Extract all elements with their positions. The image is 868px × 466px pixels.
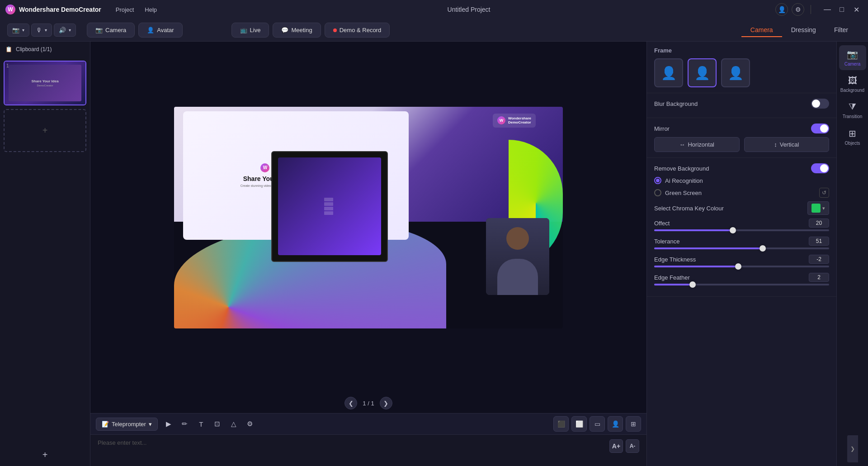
meeting-label: Meeting bbox=[291, 27, 312, 33]
blur-bg-toggle[interactable] bbox=[811, 99, 829, 109]
green-screen-label[interactable]: Green Screen bbox=[665, 190, 702, 196]
frame-none-icon: 👤 bbox=[661, 66, 677, 81]
chroma-chevron: ▾ bbox=[822, 205, 825, 211]
tp-person-btn[interactable]: 👤 bbox=[608, 416, 623, 432]
remove-bg-toggle[interactable] bbox=[811, 163, 829, 173]
settings-btn[interactable]: ⚙ bbox=[792, 3, 804, 16]
brand-logo-text: Wondershare DemoCreator bbox=[508, 116, 531, 125]
frame-opt-none[interactable]: 👤 bbox=[654, 58, 683, 87]
font-increase-btn[interactable]: A+ bbox=[609, 439, 623, 453]
tp-crop-btn[interactable]: ⊡ bbox=[210, 417, 225, 431]
remove-bg-section: Remove Background Ai Recognition Green S… bbox=[647, 158, 836, 297]
prev-page-btn[interactable]: ❮ bbox=[344, 397, 357, 409]
offset-thumb[interactable] bbox=[730, 227, 736, 233]
mirror-toggle[interactable] bbox=[811, 124, 829, 133]
chroma-key-label: Select Chroma Key Colour bbox=[654, 205, 724, 212]
horizontal-icon: ↔ bbox=[679, 141, 685, 148]
chroma-key-color-btn[interactable]: ▾ bbox=[807, 201, 829, 215]
edge-feather-thumb[interactable] bbox=[689, 281, 696, 288]
demo-record-btn[interactable]: Demo & Record bbox=[325, 23, 390, 38]
menu-project[interactable]: Project bbox=[110, 5, 139, 15]
tp-camera-small-btn[interactable]: ⬛ bbox=[553, 416, 569, 432]
close-btn[interactable]: ✕ bbox=[850, 3, 863, 16]
person-silhouette bbox=[486, 218, 549, 295]
tp-settings-btn[interactable]: ⚙ bbox=[243, 417, 257, 431]
add-slide-btn[interactable]: + bbox=[0, 448, 90, 466]
person-head bbox=[506, 227, 529, 250]
blur-bg-label: Blur Background bbox=[654, 100, 698, 107]
blur-bg-section: Blur Background bbox=[647, 93, 836, 118]
tp-shape-btn[interactable]: △ bbox=[226, 417, 241, 431]
green-screen-reset-btn[interactable]: ↺ bbox=[819, 188, 829, 198]
mic-toggle-btn[interactable]: 🎙 ▾ bbox=[31, 24, 52, 37]
remove-bg-knob bbox=[820, 164, 828, 172]
edge-thickness-label: Edge Thickness bbox=[654, 256, 696, 263]
tp-draw-btn[interactable]: ✏ bbox=[178, 417, 192, 431]
camera-mode-btn[interactable]: 📷 Camera bbox=[87, 23, 135, 38]
sidebar-icon-transition[interactable]: ⧩ Transition bbox=[839, 98, 866, 123]
sidebar-icon-objects[interactable]: ⊞ Objects bbox=[839, 124, 866, 149]
tp-screen-btn[interactable]: ▭ bbox=[590, 416, 605, 432]
green-screen-radio[interactable] bbox=[654, 189, 661, 196]
edge-thickness-value: -2 bbox=[809, 255, 829, 264]
edge-feather-header: Edge Feather 2 bbox=[654, 273, 829, 282]
separator bbox=[811, 5, 811, 14]
sidebar-icon-background[interactable]: 🖼 Background bbox=[839, 72, 866, 96]
menu-help[interactable]: Help bbox=[139, 5, 162, 15]
canvas-area: W Wondershare DemoCreator Share Your Ide… bbox=[90, 42, 646, 466]
offset-fill bbox=[654, 229, 733, 231]
teleprompter-placeholder[interactable]: Please enter text... bbox=[98, 439, 146, 446]
next-page-btn[interactable]: ❯ bbox=[380, 397, 392, 409]
demo-record-label: Demo & Record bbox=[340, 27, 381, 33]
avatar-mode-btn[interactable]: 👤 Avatar bbox=[138, 23, 182, 38]
teleprompter-select[interactable]: 📝 Teleprompter ▾ bbox=[96, 418, 158, 431]
meeting-btn[interactable]: 💬 Meeting bbox=[273, 23, 321, 38]
horizontal-mirror-btn[interactable]: ↔ Horizontal bbox=[654, 137, 740, 152]
mockup-screen bbox=[278, 157, 382, 256]
clipboard-header[interactable]: 📋 Clipboard (1/1) bbox=[0, 42, 90, 57]
live-btn[interactable]: 📺 Live bbox=[231, 23, 269, 38]
tp-play-btn[interactable]: ▶ bbox=[161, 417, 176, 431]
live-label: Live bbox=[250, 27, 261, 33]
mockup-item-1 bbox=[324, 198, 333, 201]
vertical-mirror-btn[interactable]: ↕ Vertical bbox=[744, 137, 830, 152]
edge-feather-track[interactable] bbox=[654, 284, 829, 285]
tp-screen-cam-btn[interactable]: ⬜ bbox=[571, 416, 587, 432]
camera-sidebar-icon: 📷 bbox=[847, 49, 858, 60]
ai-recognition-radio[interactable] bbox=[654, 177, 661, 184]
ai-recognition-label[interactable]: Ai Recognition bbox=[665, 177, 703, 184]
tp-expand-btn[interactable]: ⊞ bbox=[626, 416, 641, 432]
maximize-btn[interactable]: □ bbox=[835, 3, 848, 16]
teleprompter-bar: 📝 Teleprompter ▾ ▶ ✏ T ⊡ △ ⚙ ⬛ ⬜ ▭ 👤 ⊞ bbox=[90, 413, 646, 434]
offset-track[interactable] bbox=[654, 229, 829, 231]
sidebar-icon-camera[interactable]: 📷 Camera bbox=[839, 45, 866, 70]
tolerance-track[interactable] bbox=[654, 247, 829, 249]
slide-thumb-1[interactable]: 1 Share Your Idea DemoCreator bbox=[4, 61, 86, 105]
edge-thickness-track[interactable] bbox=[654, 266, 829, 267]
font-size-controls: A+ A- bbox=[609, 439, 639, 453]
user-btn[interactable]: 👤 bbox=[775, 3, 788, 16]
tolerance-thumb[interactable] bbox=[760, 245, 766, 252]
tolerance-slider-header: Tolerance 51 bbox=[654, 237, 829, 246]
remove-bg-row: Remove Background bbox=[654, 163, 829, 173]
total-pages: 1 bbox=[371, 400, 374, 407]
tab-camera[interactable]: Camera bbox=[741, 24, 782, 37]
slide-logo-icon: W bbox=[260, 163, 269, 172]
camera-arrow: ▾ bbox=[22, 28, 24, 33]
green-screen-row: Green Screen ↺ bbox=[654, 188, 829, 198]
edge-thickness-thumb[interactable] bbox=[735, 263, 741, 270]
tp-text-btn[interactable]: T bbox=[194, 417, 208, 431]
slide-empty-slot[interactable]: + bbox=[4, 109, 86, 152]
toolbar-broadcast-btns: 📺 Live 💬 Meeting Demo & Record bbox=[231, 23, 390, 38]
tab-filter[interactable]: Filter bbox=[825, 24, 857, 37]
frame-opt-circle[interactable]: 👤 bbox=[688, 58, 717, 87]
camera-toggle-btn[interactable]: 📷 ▾ bbox=[7, 24, 29, 37]
frame-opt-rounded[interactable]: 👤 bbox=[721, 58, 750, 87]
minimize-btn[interactable]: — bbox=[821, 3, 834, 16]
vol-toggle-btn[interactable]: 🔊 ▾ bbox=[54, 24, 76, 37]
tab-dressing[interactable]: Dressing bbox=[782, 24, 825, 37]
scroll-more-indicator[interactable]: ❯ bbox=[847, 435, 858, 462]
font-decrease-btn[interactable]: A- bbox=[626, 439, 639, 453]
frame-title: Frame bbox=[654, 47, 829, 54]
window-title: Untitled Project bbox=[162, 6, 775, 13]
